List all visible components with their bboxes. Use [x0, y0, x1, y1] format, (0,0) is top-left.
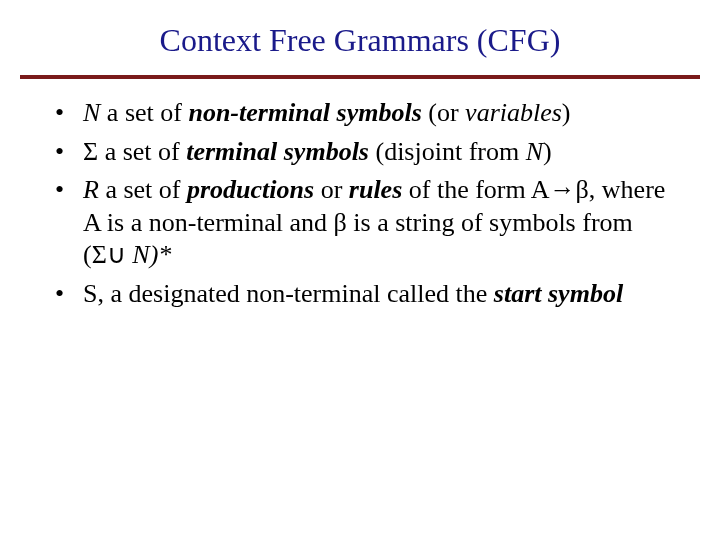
text: (disjoint from	[369, 137, 526, 166]
text: or	[314, 175, 349, 204]
bullet-item-3: R a set of productions or rules of the f…	[55, 174, 680, 272]
text: a set of	[98, 137, 186, 166]
text: a set of	[100, 98, 188, 127]
text: )	[543, 137, 552, 166]
bullet-item-4: S, a designated non-terminal called the …	[55, 278, 680, 311]
term-variables: variables	[465, 98, 562, 127]
symbol-N: N	[83, 98, 100, 127]
symbol-N: N	[526, 137, 543, 166]
symbol-union: ∪	[107, 240, 126, 269]
bullet-item-2: Σ a set of terminal symbols (disjoint fr…	[55, 136, 680, 169]
bullet-item-1: N a set of non-terminal symbols (or vari…	[55, 97, 680, 130]
term-terminal-symbols: terminal symbols	[186, 137, 369, 166]
term-nonterminal-symbols: non-terminal symbols	[188, 98, 421, 127]
text: (or	[422, 98, 465, 127]
bullet-list: N a set of non-terminal symbols (or vari…	[55, 97, 680, 310]
symbol-N-star: N)*	[132, 240, 171, 269]
term-rules: rules	[349, 175, 402, 204]
text: S, a designated non-terminal called the	[83, 279, 494, 308]
slide: Context Free Grammars (CFG) N a set of n…	[0, 0, 720, 540]
text: )	[562, 98, 571, 127]
text: a set of	[99, 175, 187, 204]
slide-title: Context Free Grammars (CFG)	[0, 0, 720, 69]
symbol-R: R	[83, 175, 99, 204]
slide-body: N a set of non-terminal symbols (or vari…	[0, 79, 720, 310]
term-start-symbol: start symbol	[494, 279, 623, 308]
symbol-sigma: Σ	[83, 137, 98, 166]
term-productions: productions	[187, 175, 314, 204]
